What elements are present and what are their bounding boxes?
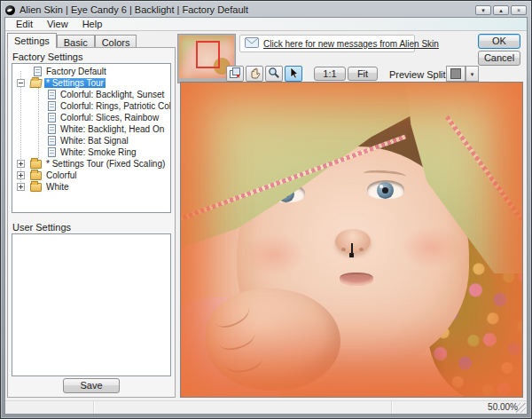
- photo-nostril: [359, 248, 364, 251]
- tree-item-label: White: Backlight, Head On: [59, 124, 166, 134]
- zoom-1to1-button[interactable]: 1:1: [314, 67, 346, 81]
- menu-bar: Edit View Help: [5, 18, 527, 31]
- tab-basic[interactable]: Basic: [57, 35, 95, 48]
- tree-item-label: Factory Default: [44, 67, 108, 76]
- document-icon: [48, 101, 56, 111]
- tree-item-label: Colorful: Rings, Patriotic Colors: [59, 101, 171, 111]
- photo-iris: [377, 182, 394, 199]
- new-messages-link[interactable]: Click here for new messages from Alien S…: [263, 39, 439, 49]
- menu-help[interactable]: Help: [76, 18, 109, 30]
- factory-settings-label: Factory Settings: [12, 51, 82, 62]
- dialog-client-area: Edit View Help Settings Basic Colors Fac…: [4, 17, 528, 415]
- open-folder-icon: [29, 79, 42, 88]
- save-button[interactable]: Save: [63, 378, 120, 393]
- photo-eye: [367, 180, 404, 199]
- resize-grip[interactable]: [516, 403, 526, 413]
- folder-icon: [30, 160, 42, 169]
- factory-settings-tree[interactable]: Factory Default * Settings Tour Colorful…: [12, 63, 171, 213]
- plugin-window: Alien Skin | Eye Candy 6 | Backlight | F…: [0, 0, 532, 419]
- tree-item-label: Colorful: Slices, Rainbow: [59, 113, 160, 123]
- close-button[interactable]: ×: [511, 5, 527, 15]
- tree-item-label: White: Bat Signal: [59, 136, 130, 146]
- tree-item-label: * Settings Tour: [44, 78, 106, 88]
- hand-icon: [248, 67, 261, 81]
- zoom-fit-button[interactable]: Fit: [348, 67, 378, 81]
- status-cell: [5, 401, 94, 414]
- tree-item-settings-tour[interactable]: * Settings Tour: [12, 77, 170, 89]
- photo-cheek: [401, 226, 463, 269]
- photo-cheek: [243, 233, 305, 276]
- photo-finger: [223, 347, 264, 376]
- unshade-button[interactable]: ▴: [493, 5, 509, 15]
- tree-item-settings-tour-fixed[interactable]: * Settings Tour (Fixed Scaling): [12, 158, 170, 170]
- tree-item-label: * Settings Tour (Fixed Scaling): [44, 159, 167, 169]
- window-controls: ▾ ▴ ×: [475, 5, 527, 15]
- document-icon: [48, 90, 56, 99]
- ok-button[interactable]: OK: [478, 34, 520, 49]
- status-cell: [94, 401, 392, 414]
- tree-item-label: White: [44, 182, 71, 192]
- tab-colors[interactable]: Colors: [95, 35, 137, 48]
- tree-item-colorful-rings[interactable]: Colorful: Rings, Patriotic Colors: [12, 100, 170, 112]
- tree-item-factory-default[interactable]: Factory Default: [12, 66, 170, 77]
- tree-item-colorful-backlight-sunset[interactable]: Colorful: Backlight, Sunset: [12, 89, 170, 100]
- tree-item-colorful-slices[interactable]: Colorful: Slices, Rainbow: [12, 112, 170, 123]
- effect-center-pin[interactable]: [351, 243, 353, 254]
- preview-photo: [181, 83, 522, 397]
- compare-original-icon: [229, 67, 241, 81]
- tree-item-label: White: Smoke Ring: [59, 147, 138, 157]
- thumbnail-view-rectangle[interactable]: [196, 41, 220, 68]
- photo-nostril: [341, 248, 346, 251]
- menu-edit[interactable]: Edit: [10, 18, 39, 30]
- tree-item-label: Colorful: [44, 170, 78, 180]
- expand-icon[interactable]: [17, 160, 25, 168]
- tab-settings[interactable]: Settings: [7, 33, 57, 48]
- tree-item-label: Colorful: Backlight, Sunset: [59, 90, 166, 99]
- settings-tab-page: Factory Settings Factory Default * Setti…: [7, 47, 176, 398]
- folder-icon: [30, 183, 42, 192]
- tree-item-white-bat-signal[interactable]: White: Bat Signal: [12, 135, 170, 146]
- zoom-tool-button[interactable]: [265, 66, 283, 82]
- expand-icon[interactable]: [17, 183, 25, 191]
- tree-item-white-smoke-ring[interactable]: White: Smoke Ring: [12, 146, 170, 158]
- document-icon: [48, 113, 56, 123]
- preview-split-arrow[interactable]: ▾: [466, 66, 479, 82]
- tree-item-colorful-folder[interactable]: Colorful: [12, 170, 170, 181]
- magnifier-icon: [268, 67, 280, 81]
- status-bar: 50.00%: [5, 400, 527, 414]
- split-none-icon: [450, 68, 461, 79]
- tree-item-white-folder[interactable]: White: [12, 181, 170, 193]
- shade-button[interactable]: ▾: [475, 5, 491, 15]
- preview-split-label: Preview Split:: [389, 69, 449, 80]
- preview-split-dropdown[interactable]: [446, 66, 466, 82]
- menu-view[interactable]: View: [41, 18, 74, 30]
- collapse-icon[interactable]: [17, 79, 25, 87]
- tab-strip: Settings Basic Colors: [7, 33, 137, 48]
- user-settings-list[interactable]: [12, 233, 171, 376]
- titlebar[interactable]: Alien Skin | Eye Candy 6 | Backlight | F…: [5, 4, 527, 16]
- document-icon: [34, 67, 42, 76]
- pan-tool-button[interactable]: [246, 66, 263, 82]
- photo-nose: [335, 229, 371, 254]
- message-bar: Click here for new messages from Alien S…: [239, 35, 415, 52]
- folder-icon: [30, 171, 42, 180]
- cancel-button[interactable]: Cancel: [478, 51, 520, 66]
- photo-baby-fist: [206, 289, 340, 391]
- compare-original-button[interactable]: [226, 66, 244, 82]
- alien-skin-logo-icon: [5, 5, 15, 15]
- envelope-icon: [245, 37, 259, 50]
- preview-pane[interactable]: [180, 82, 523, 398]
- tree-item-white-backlight[interactable]: White: Backlight, Head On: [12, 123, 170, 135]
- user-settings-label: User Settings: [12, 222, 71, 233]
- photo-mouth: [340, 273, 373, 286]
- status-zoom-level: 50.00%: [392, 401, 527, 414]
- document-icon: [48, 147, 56, 157]
- document-icon: [48, 124, 56, 134]
- document-icon: [48, 136, 56, 146]
- arrow-tool-button[interactable]: [285, 66, 302, 82]
- window-title: Alien Skin | Eye Candy 6 | Backlight | F…: [20, 4, 248, 15]
- expand-icon[interactable]: [17, 171, 25, 179]
- cursor-arrow-icon: [287, 67, 300, 81]
